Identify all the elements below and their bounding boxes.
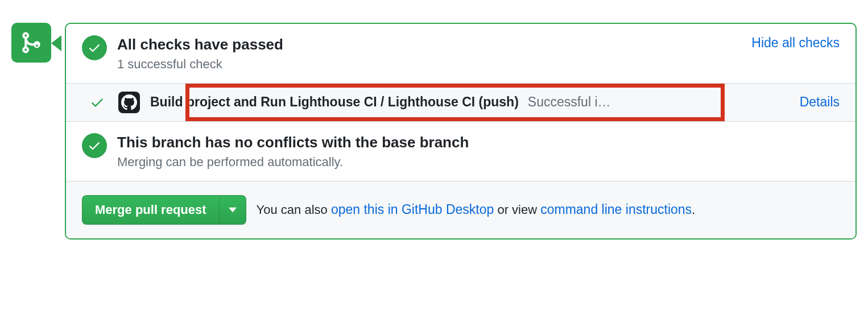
merge-panel: All checks have passed 1 successful chec…	[65, 23, 857, 240]
open-desktop-link[interactable]: open this in GitHub Desktop	[331, 202, 494, 217]
checks-summary-section: All checks have passed 1 successful chec…	[66, 24, 855, 83]
check-item-status	[89, 95, 106, 110]
check-item-row: Build project and Run Lighthouse CI / Li…	[66, 83, 855, 122]
checks-title: All checks have passed	[117, 35, 751, 55]
merge-action-section: Merge pull request You can also open thi…	[66, 181, 855, 238]
checks-summary-body: All checks have passed 1 successful chec…	[117, 35, 751, 72]
checks-subtitle: 1 successful check	[117, 57, 751, 72]
merge-hint-suffix: .	[692, 203, 695, 217]
conflicts-body: This branch has no conflicts with the ba…	[117, 133, 840, 170]
check-icon	[90, 95, 105, 110]
merge-hint-text: You can also open this in GitHub Desktop…	[257, 202, 696, 217]
check-icon	[88, 41, 101, 55]
conflicts-status-circle	[82, 133, 107, 158]
git-merge-icon	[19, 31, 43, 55]
merge-button-group: Merge pull request	[82, 195, 246, 225]
merge-icon-badge	[11, 23, 51, 63]
conflicts-title: This branch has no conflicts with the ba…	[117, 133, 840, 152]
check-icon	[88, 139, 101, 152]
merge-status-container: All checks have passed 1 successful chec…	[11, 23, 857, 240]
check-details-link[interactable]: Details	[800, 94, 840, 110]
annotation-highlight-box	[185, 84, 725, 121]
merge-pull-request-button[interactable]: Merge pull request	[82, 195, 219, 225]
command-line-link[interactable]: command line instructions	[540, 202, 692, 217]
merge-hint-prefix: You can also	[257, 203, 331, 217]
caret-down-icon	[229, 207, 237, 213]
merge-hint-middle: or view	[494, 203, 540, 217]
github-actions-avatar	[118, 92, 140, 113]
conflicts-subtitle: Merging can be performed automatically.	[117, 155, 840, 170]
github-icon	[121, 94, 137, 110]
merge-options-dropdown-button[interactable]	[219, 195, 246, 225]
hide-checks-link[interactable]: Hide all checks	[751, 35, 840, 51]
conflicts-section: This branch has no conflicts with the ba…	[66, 122, 855, 181]
checks-status-circle	[82, 35, 107, 60]
